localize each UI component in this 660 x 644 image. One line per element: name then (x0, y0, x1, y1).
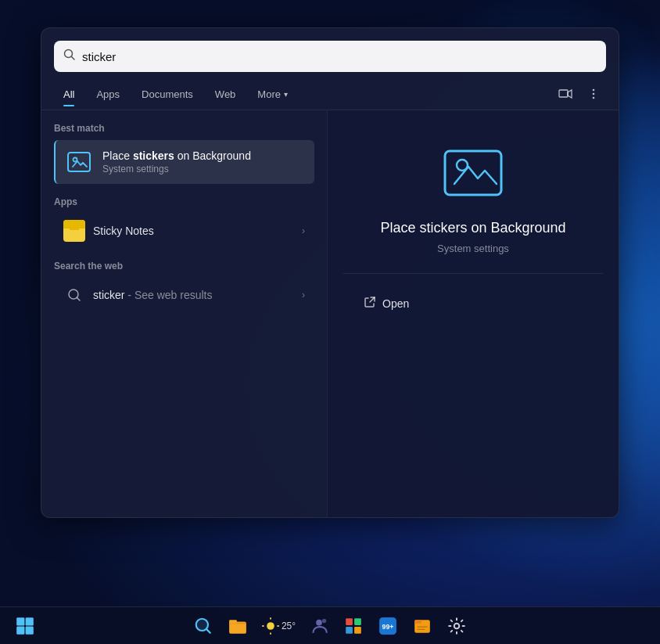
arrow-right-icon: › (302, 290, 305, 300)
svg-rect-14 (16, 617, 24, 625)
preview-divider (343, 273, 603, 274)
store-button[interactable] (338, 610, 369, 642)
apps-section: Apps Sticky Notes › (54, 196, 314, 248)
svg-rect-17 (26, 626, 34, 634)
tab-actions (553, 81, 606, 106)
web-section: Search the web sticker - See web results… (54, 261, 314, 312)
web-search-item[interactable]: sticker - See web results › (54, 278, 314, 312)
tab-all[interactable]: All (54, 84, 84, 105)
screen-capture-button[interactable] (553, 81, 578, 106)
svg-rect-16 (16, 626, 24, 634)
taskbar: 25° 99+ (0, 606, 660, 644)
search-content: Best match Place stickers on Background … (41, 110, 619, 517)
svg-line-20 (206, 629, 210, 633)
start-button[interactable] (9, 610, 41, 642)
search-left-panel: Best match Place stickers on Background … (41, 110, 327, 517)
svg-rect-37 (414, 620, 421, 623)
best-match-subtitle: System settings (102, 164, 305, 174)
search-tabs: All Apps Documents Web More ▾ (41, 81, 619, 106)
best-match-title: Place stickers on Background (102, 149, 305, 162)
open-external-icon (364, 296, 376, 311)
apps-section-label: Apps (54, 196, 314, 207)
more-options-button[interactable] (581, 81, 606, 106)
tab-more[interactable]: More ▾ (248, 84, 297, 105)
svg-rect-2 (559, 90, 568, 97)
preview-icon (442, 142, 504, 204)
search-input[interactable] (82, 50, 597, 63)
search-preview-panel: Place stickers on Background System sett… (327, 110, 619, 517)
svg-rect-22 (229, 620, 237, 623)
svg-rect-9 (70, 226, 79, 230)
taskbar-icons: 25° 99+ (188, 610, 472, 642)
best-match-text: Place stickers on Background System sett… (102, 149, 305, 174)
taskbar-search-button[interactable] (188, 610, 219, 642)
best-match-item[interactable]: Place stickers on Background System sett… (54, 140, 314, 184)
tab-documents[interactable]: Documents (132, 84, 203, 105)
svg-line-1 (72, 57, 75, 60)
preview-title: Place stickers on Background (380, 220, 565, 236)
svg-rect-15 (26, 617, 34, 625)
weather-temp: 25° (282, 621, 296, 631)
tab-apps[interactable]: Apps (87, 84, 129, 105)
svg-point-13 (457, 160, 468, 171)
svg-rect-32 (346, 627, 353, 634)
svg-rect-30 (346, 618, 353, 625)
web-search-icon (63, 284, 85, 306)
svg-point-23 (267, 622, 274, 630)
weather-button[interactable]: 25° (256, 610, 300, 642)
settings-button[interactable] (441, 610, 472, 642)
web-search-text: sticker - See web results (93, 289, 294, 301)
search-dialog: All Apps Documents Web More ▾ (41, 27, 619, 518)
svg-point-3 (593, 89, 595, 92)
search-icon (63, 49, 76, 64)
svg-rect-31 (354, 618, 361, 625)
web-section-label: Search the web (54, 261, 314, 272)
sticky-notes-label: Sticky Notes (93, 225, 294, 237)
preview-subtitle: System settings (437, 243, 509, 254)
preview-open-button[interactable]: Open (351, 290, 421, 318)
search-box[interactable] (54, 41, 606, 72)
svg-point-5 (593, 97, 595, 99)
svg-point-29 (322, 618, 326, 622)
svg-rect-33 (354, 627, 361, 634)
tab-web[interactable]: Web (206, 84, 246, 105)
sticky-notes-item[interactable]: Sticky Notes › (54, 214, 314, 248)
svg-point-40 (454, 623, 460, 628)
svg-rect-6 (68, 153, 90, 171)
svg-point-7 (74, 158, 77, 162)
arrow-right-icon: › (302, 225, 305, 236)
best-match-label: Best match (54, 123, 314, 134)
sticky-notes-icon (63, 220, 85, 242)
svg-point-28 (316, 619, 322, 625)
chevron-down-icon: ▾ (284, 90, 288, 99)
file-explorer-button[interactable] (222, 610, 253, 642)
svg-point-4 (593, 93, 595, 95)
svg-line-11 (77, 298, 81, 301)
teams-button[interactable] (303, 610, 335, 642)
best-match-icon (65, 148, 93, 176)
files-button[interactable] (407, 610, 438, 642)
notification-button[interactable]: 99+ (372, 610, 404, 642)
open-label: Open (382, 297, 409, 310)
svg-text:99+: 99+ (382, 623, 394, 631)
